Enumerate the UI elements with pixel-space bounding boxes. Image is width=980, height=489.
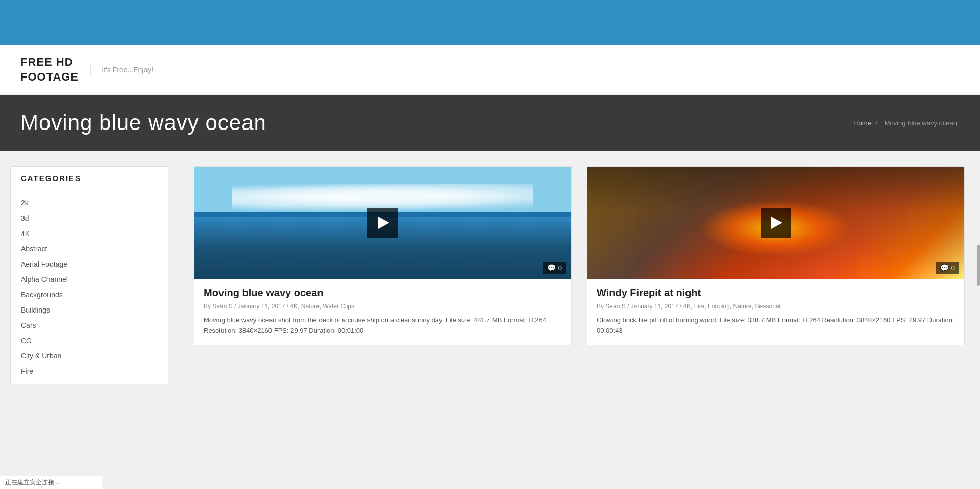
category-item: 2k	[11, 195, 168, 211]
category-item: CG	[11, 333, 168, 348]
category-link[interactable]: Fire	[21, 367, 33, 375]
video-title-firepit: Windy Firepit at night	[597, 287, 955, 299]
category-link[interactable]: Alpha Channel	[21, 275, 68, 284]
category-link[interactable]: Backgrounds	[21, 291, 63, 299]
category-link[interactable]: Aerial Footage	[21, 260, 67, 268]
category-link[interactable]: 3d	[21, 214, 29, 222]
top-banner	[0, 0, 980, 45]
video-title-ocean: Moving blue wavy ocean	[204, 287, 562, 299]
breadcrumb-home[interactable]: Home	[853, 119, 871, 127]
play-button-firepit[interactable]	[761, 208, 791, 238]
video-thumbnail-ocean[interactable]: 💬0	[194, 167, 571, 279]
video-info-firepit: Windy Firepit at nightBy Sean S / Januar…	[587, 279, 964, 345]
category-item: Fire	[11, 364, 168, 379]
comment-icon: 💬	[547, 264, 556, 272]
category-item: Backgrounds	[11, 287, 168, 302]
category-item: Aerial Footage	[11, 256, 168, 272]
tagline-divider: |	[89, 64, 91, 75]
category-link[interactable]: CG	[21, 337, 32, 345]
video-meta-firepit: By Sean S / January 11, 2017 / 4K, Fire,…	[597, 303, 955, 310]
category-link[interactable]: Abstract	[21, 245, 47, 253]
video-description-firepit: Glowing brick fire pit full of burning w…	[597, 315, 955, 337]
category-link[interactable]: 2k	[21, 199, 29, 207]
comment-icon: 💬	[940, 264, 949, 272]
category-item: 3d	[11, 211, 168, 226]
category-item: 4K	[11, 226, 168, 241]
category-item: Abstract	[11, 241, 168, 256]
comment-badge-firepit: 💬0	[936, 262, 959, 274]
play-button-ocean[interactable]	[368, 208, 398, 238]
breadcrumb-current: Moving blue wavy ocean	[885, 119, 957, 127]
category-item: Alpha Channel	[11, 272, 168, 287]
comment-count: 0	[558, 264, 562, 272]
video-description-ocean: Moving blue wavy ocean shot from the dec…	[204, 315, 562, 337]
comment-badge-ocean: 💬0	[543, 262, 566, 274]
category-link[interactable]: Cars	[21, 321, 36, 329]
categories-list: 2k3d4KAbstractAerial FootageAlpha Channe…	[11, 190, 168, 384]
category-link[interactable]: Buildings	[21, 306, 50, 314]
site-title: FREE HD FOOTAGE	[20, 55, 79, 84]
video-thumbnail-firepit[interactable]: 💬0	[587, 167, 964, 279]
video-meta-ocean: By Sean S / January 11, 2017 / 4K, Natur…	[204, 303, 562, 310]
category-link[interactable]: City & Urban	[21, 352, 61, 360]
content-area: 💬0Moving blue wavy oceanBy Sean S / Janu…	[179, 161, 980, 390]
categories-title: CATEGORIES	[11, 167, 168, 190]
category-item: Cars	[11, 318, 168, 333]
category-item: City & Urban	[11, 348, 168, 364]
page-title: Moving blue wavy ocean	[20, 111, 266, 135]
video-card-firepit: 💬0Windy Firepit at nightBy Sean S / Janu…	[587, 166, 965, 345]
main-wrapper: CATEGORIES 2k3d4KAbstractAerial FootageA…	[0, 151, 980, 400]
page-title-bar: Moving blue wavy ocean Home / Moving blu…	[0, 95, 980, 151]
comment-count: 0	[951, 264, 955, 272]
video-info-ocean: Moving blue wavy oceanBy Sean S / Januar…	[194, 279, 571, 345]
category-item: Buildings	[11, 302, 168, 318]
sidebar: CATEGORIES 2k3d4KAbstractAerial FootageA…	[0, 161, 179, 390]
category-link[interactable]: 4K	[21, 229, 30, 238]
video-card-ocean: 💬0Moving blue wavy oceanBy Sean S / Janu…	[194, 166, 572, 345]
breadcrumb: Home / Moving blue wavy ocean	[853, 119, 960, 127]
scroll-hint	[977, 245, 980, 286]
categories-box: CATEGORIES 2k3d4KAbstractAerial FootageA…	[10, 166, 168, 384]
site-header: FREE HD FOOTAGE | It's Free...Enjoy!	[0, 45, 980, 95]
site-tagline: It's Free...Enjoy!	[102, 66, 153, 74]
